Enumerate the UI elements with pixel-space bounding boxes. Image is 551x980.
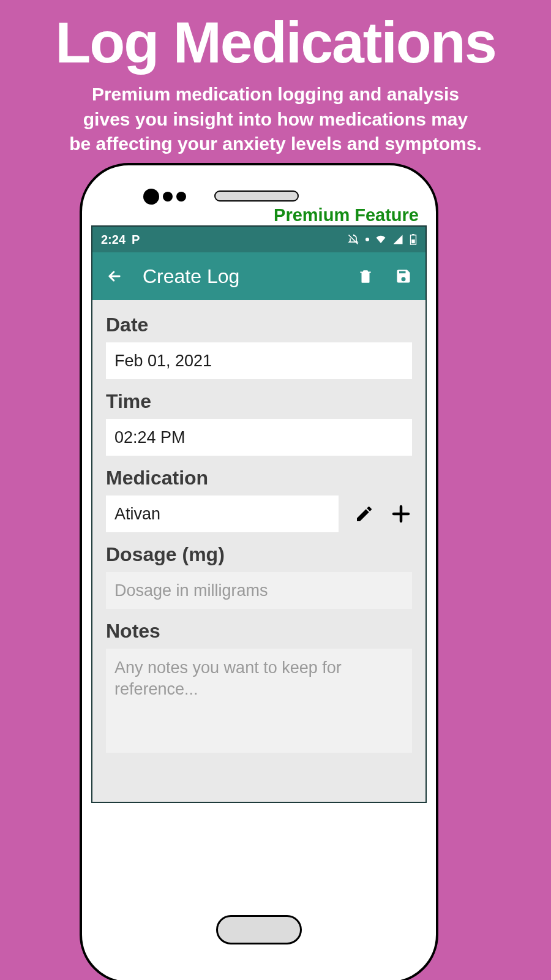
phone-frame: Premium Feature 2:24 P bbox=[80, 163, 438, 980]
hero-subtitle: Premium medication logging and analysis … bbox=[0, 82, 551, 157]
time-field[interactable]: 02:24 PM bbox=[106, 419, 412, 456]
status-time: 2:24 bbox=[101, 233, 126, 247]
edit-medication-button[interactable] bbox=[353, 503, 375, 525]
sensor-dot-1 bbox=[163, 192, 173, 202]
back-button[interactable] bbox=[105, 266, 124, 286]
wifi-icon bbox=[375, 234, 386, 245]
dosage-field[interactable]: Dosage in milligrams bbox=[106, 572, 412, 609]
notes-label: Notes bbox=[106, 620, 412, 643]
delete-button[interactable] bbox=[356, 266, 375, 286]
time-label: Time bbox=[106, 390, 412, 413]
phone-sensors bbox=[143, 189, 186, 205]
status-app-indicator: P bbox=[132, 233, 140, 247]
save-button[interactable] bbox=[394, 266, 413, 286]
camera-dot bbox=[143, 189, 159, 205]
sensor-dot-2 bbox=[176, 192, 186, 202]
date-field[interactable]: Feb 01, 2021 bbox=[106, 342, 412, 379]
phone-speaker bbox=[214, 190, 299, 202]
status-bar: 2:24 P bbox=[92, 227, 425, 252]
dnd-icon bbox=[347, 233, 359, 246]
premium-feature-tag: Premium Feature bbox=[274, 205, 419, 225]
hero-line-1: Premium medication logging and analysis bbox=[0, 82, 551, 107]
add-medication-button[interactable] bbox=[390, 503, 412, 525]
hero-line-2: gives you insight into how medications m… bbox=[0, 107, 551, 132]
form-area: Date Feb 01, 2021 Time 02:24 PM Medicati… bbox=[92, 300, 425, 802]
notes-field[interactable]: Any notes you want to keep for reference… bbox=[106, 649, 412, 753]
home-button[interactable] bbox=[216, 915, 302, 944]
battery-icon bbox=[410, 234, 417, 245]
data-dot-icon bbox=[365, 238, 369, 241]
signal-icon bbox=[392, 234, 403, 245]
dosage-label: Dosage (mg) bbox=[106, 543, 412, 566]
svg-rect-1 bbox=[411, 239, 414, 243]
phone-screen: 2:24 P bbox=[91, 225, 427, 803]
app-bar: Create Log bbox=[92, 252, 425, 300]
medication-label: Medication bbox=[106, 467, 412, 489]
svg-rect-2 bbox=[412, 234, 414, 235]
medication-field[interactable]: Ativan bbox=[106, 496, 339, 532]
date-label: Date bbox=[106, 314, 412, 336]
hero-title: Log Medications bbox=[0, 9, 551, 76]
medication-row: Ativan bbox=[106, 496, 412, 532]
hero-line-3: be affecting your anxiety levels and sym… bbox=[0, 132, 551, 157]
appbar-title: Create Log bbox=[143, 265, 337, 288]
